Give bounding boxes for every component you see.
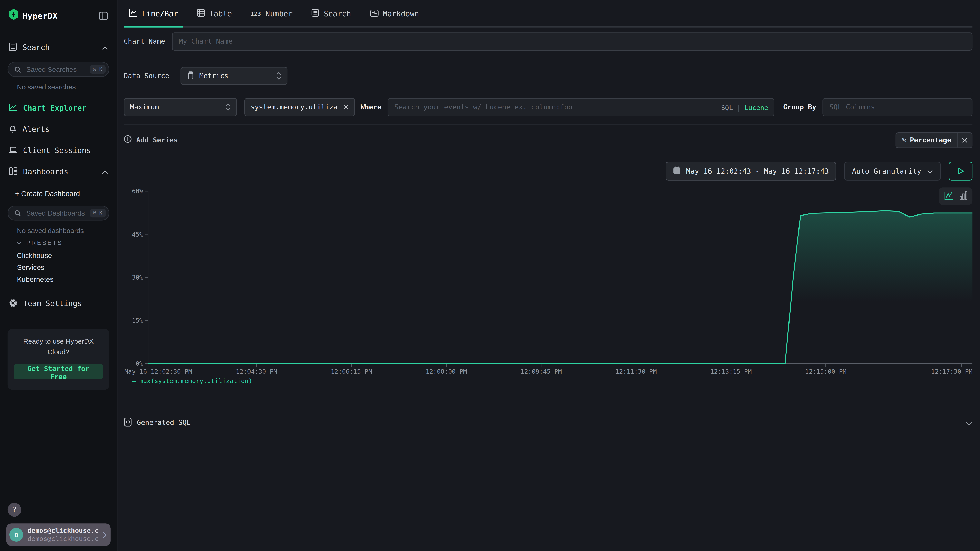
hyperdx-logo-icon [9,9,19,22]
get-started-button[interactable]: Get Started for Free [14,364,103,379]
journal-icon [9,42,17,53]
svg-text:12:06:15 PM: 12:06:15 PM [331,368,372,375]
percent-icon: % [902,136,906,144]
sidebar-item-team-settings[interactable]: Team Settings [0,296,117,311]
saved-dashboards-field[interactable] [25,208,86,218]
svg-text:0%: 0% [135,360,143,367]
help-button[interactable]: ? [8,503,21,516]
date-range-picker[interactable]: May 16 12:02:43 - May 16 12:17:43 [665,162,836,181]
metric-field-value: system.memory.utilization [251,103,337,111]
run-query-button[interactable] [949,162,972,181]
data-source-row: Data Source Metrics [124,67,972,85]
tab-table[interactable]: Table [192,0,237,27]
logo-row: HyperDX [0,0,117,22]
search-icon [14,64,21,75]
shortcut-badge: ⌘ K [90,208,106,218]
sidebar-team-settings-label: Team Settings [23,299,82,308]
generated-sql-row[interactable]: Generated SQL [124,414,972,432]
code-icon [124,417,132,428]
close-icon[interactable] [343,104,349,110]
bar-chart-toggle-icon[interactable] [959,190,967,202]
tab-markdown[interactable]: Markdown [364,0,424,27]
chart-name-label: Chart Name [124,38,165,46]
saved-searches-input[interactable]: ⌘ K [8,62,110,77]
data-source-value: Metrics [199,72,229,80]
svg-text:12:15:00 PM: 12:15:00 PM [805,368,846,375]
sidebar-collapse-icon[interactable] [99,11,108,21]
preset-kubernetes[interactable]: Kubernetes [0,273,117,285]
number-123-icon: 123 [250,11,261,17]
percentage-close[interactable] [957,133,972,147]
sidebar-item-client-sessions[interactable]: Client Sessions [0,143,117,158]
svg-text:12:08:00 PM: 12:08:00 PM [426,368,467,375]
tab-search[interactable]: Search [306,0,356,27]
select-updown-icon [226,103,231,111]
aggregation-select[interactable]: Maximum [124,98,237,116]
group-by-label: Group By [783,103,816,111]
calendar-icon [673,166,681,176]
hyperdx-logo[interactable]: HyperDX [9,9,57,22]
user-email: demos@clickhouse.com [27,527,98,535]
sidebar-client-sessions-label: Client Sessions [23,146,91,155]
chevron-down-icon [16,239,22,246]
sidebar-item-search[interactable]: Search [0,40,117,55]
sidebar-dashboards-label: Dashboards [23,167,68,176]
svg-text:12:13:15 PM: 12:13:15 PM [710,368,752,375]
data-source-select[interactable]: Metrics [181,67,288,85]
presets-header[interactable]: PRESETS [0,239,117,246]
plus-circle-icon [124,135,132,145]
list-icon [311,9,320,19]
query-language-toggle: SQL | Lucene [721,103,768,111]
chart-name-input[interactable] [172,32,972,51]
chart-legend[interactable]: — max(system.memory.utilization) [132,377,972,384]
legend-label: max(system.memory.utilization) [140,377,252,384]
tab-number[interactable]: 123 Number [246,0,298,27]
bell-icon [9,124,17,135]
create-dashboard-button[interactable]: + Create Dashboard [0,187,117,200]
svg-text:May 16 12:02:30 PM: May 16 12:02:30 PM [124,368,192,375]
sidebar-item-alerts[interactable]: Alerts [0,122,117,137]
percentage-toggle[interactable]: % Percentage [896,132,972,148]
cloud-promo-text: Ready to use HyperDX Cloud? [14,336,103,357]
user-menu[interactable]: D demos@clickhouse.com demos@clickhouse.… [6,524,111,546]
svg-text:60%: 60% [132,187,143,195]
lucene-toggle[interactable]: Lucene [745,103,768,111]
chevron-up-icon [102,43,108,52]
tab-line-bar[interactable]: Line/Bar [124,0,183,27]
line-chart-toggle-icon[interactable] [944,190,953,202]
logo-text: HyperDX [22,11,57,21]
hyperdx-app: HyperDX Search ⌘ K No saved searches [0,0,980,551]
group-by-input[interactable] [822,98,973,116]
main-content: Line/Bar Table 123 Number Search [118,0,980,551]
sidebar-item-dashboards[interactable]: Dashboards [0,164,117,179]
granularity-value: Auto Granularity [852,167,921,176]
where-label: Where [361,103,381,111]
gear-icon [9,299,18,309]
chevron-down-icon[interactable] [966,417,973,429]
avatar: D [10,528,23,541]
sidebar-item-chart-explorer[interactable]: Chart Explorer [0,101,117,116]
percentage-label: Percentage [910,136,951,144]
shortcut-badge: ⌘ K [90,65,106,74]
granularity-select[interactable]: Auto Granularity [845,162,940,181]
metric-field-tag[interactable]: system.memory.utilization [244,98,355,116]
where-input-wrap: SQL | Lucene [388,98,775,116]
sql-toggle[interactable]: SQL [721,103,733,111]
sidebar-bottom: ? D demos@clickhouse.com demos@clickhous… [0,503,117,551]
saved-searches-field[interactable] [25,65,86,74]
legend-swatch: — [132,377,135,384]
preset-clickhouse[interactable]: Clickhouse [0,249,117,261]
timeseries-chart[interactable]: 0%15%30%45%60%May 16 12:02:30 PM12:04:30… [124,186,972,376]
saved-dashboards-input[interactable]: ⌘ K [8,205,110,221]
chevron-up-icon [102,167,108,176]
dashboard-grid-icon [9,167,18,177]
chart-name-row: Chart Name [124,32,972,51]
preset-services[interactable]: Services [0,261,117,273]
add-series-button[interactable]: Add Series [124,135,178,145]
where-input[interactable] [388,98,775,116]
generated-sql-label: Generated SQL [137,419,191,427]
no-saved-dashboards-text: No saved dashboards [0,221,117,234]
line-chart-icon [129,9,138,19]
user-team: demos@clickhouse.com's [27,535,98,543]
search-icon [14,207,21,219]
